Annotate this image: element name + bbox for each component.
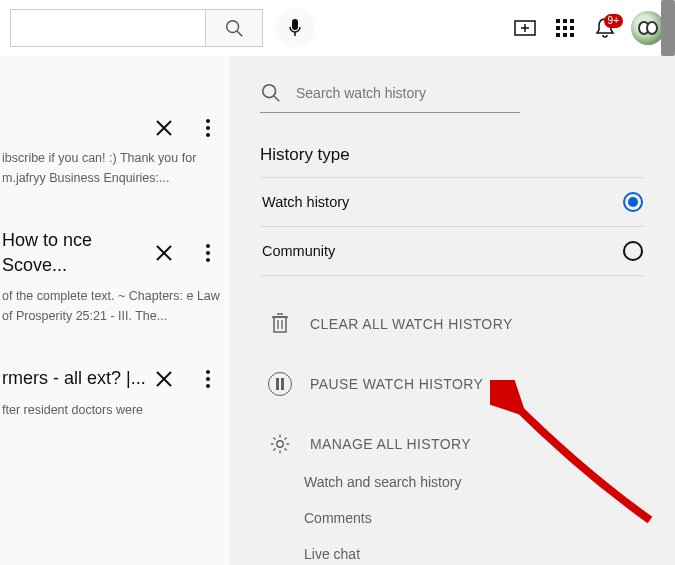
avatar[interactable] — [631, 11, 665, 45]
apps-grid-icon — [556, 19, 574, 37]
remove-video-button[interactable] — [152, 367, 176, 391]
svg-rect-15 — [570, 33, 574, 37]
history-search-input[interactable] — [296, 85, 520, 101]
kebab-icon — [206, 119, 210, 137]
svg-line-1 — [237, 31, 242, 36]
scrollbar-thumb[interactable] — [661, 0, 675, 56]
search-button[interactable] — [205, 9, 263, 47]
mic-icon — [287, 18, 303, 38]
svg-point-18 — [206, 119, 210, 123]
sub-action-comments[interactable]: Comments — [260, 500, 645, 536]
create-icon — [514, 20, 536, 36]
search-container — [10, 9, 263, 47]
search-icon — [223, 17, 245, 39]
radio-selected-icon — [623, 192, 643, 212]
apps-button[interactable] — [545, 8, 585, 48]
action-label: CLEAR ALL WATCH HISTORY — [310, 316, 513, 332]
svg-point-0 — [227, 21, 239, 33]
video-item: ibscribe if you can! :) Thank you for m.… — [0, 106, 230, 218]
svg-point-40 — [277, 441, 283, 447]
radio-unselected-icon — [623, 241, 643, 261]
video-menu-button[interactable] — [196, 116, 220, 140]
kebab-icon — [206, 370, 210, 388]
clear-history-button[interactable]: CLEAR ALL WATCH HISTORY — [260, 304, 645, 344]
history-type-title: History type — [260, 145, 645, 165]
notifications-button[interactable]: 9+ — [585, 8, 625, 48]
video-item: How to nce Scove... of the complete text… — [0, 218, 230, 356]
svg-rect-12 — [570, 26, 574, 30]
kebab-icon — [206, 244, 210, 262]
svg-rect-11 — [563, 26, 567, 30]
video-title[interactable]: How to nce Scove... — [0, 228, 152, 278]
svg-rect-8 — [563, 19, 567, 23]
search-icon — [260, 82, 282, 104]
notification-badge: 9+ — [604, 14, 623, 28]
svg-rect-13 — [556, 33, 560, 37]
top-bar: 9+ — [0, 0, 675, 56]
video-description: fter resident doctors were — [0, 400, 230, 420]
svg-line-32 — [274, 96, 280, 102]
action-label: MANAGE ALL HISTORY — [310, 436, 471, 452]
pause-history-button[interactable]: PAUSE WATCH HISTORY — [260, 364, 645, 404]
video-description: of the complete text. ~ Chapters: e Law … — [0, 286, 230, 326]
video-item: rmers - all ext? |... fter resident doct… — [0, 356, 230, 449]
svg-rect-2 — [292, 19, 298, 30]
trash-icon — [270, 312, 290, 336]
svg-rect-10 — [556, 26, 560, 30]
history-sidebar: History type Watch history Community CLE… — [230, 56, 675, 565]
svg-rect-14 — [563, 33, 567, 37]
action-label: PAUSE WATCH HISTORY — [310, 376, 483, 392]
history-list: ibscribe if you can! :) Thank you for m.… — [0, 56, 230, 565]
video-description: ibscribe if you can! :) Thank you for m.… — [0, 148, 230, 188]
pause-icon — [268, 372, 292, 396]
sub-action-watch-search[interactable]: Watch and search history — [260, 464, 645, 500]
close-icon — [154, 369, 174, 389]
history-search[interactable] — [260, 82, 520, 113]
close-icon — [154, 118, 174, 138]
svg-point-25 — [206, 258, 210, 262]
svg-rect-9 — [570, 19, 574, 23]
svg-point-28 — [206, 370, 210, 374]
history-type-watch[interactable]: Watch history — [260, 177, 645, 226]
svg-point-19 — [206, 126, 210, 130]
sub-action-live-chat[interactable]: Live chat — [260, 536, 645, 565]
svg-point-29 — [206, 377, 210, 381]
svg-rect-39 — [281, 378, 284, 390]
remove-video-button[interactable] — [152, 116, 176, 140]
video-title[interactable]: rmers - all ext? |... — [0, 366, 152, 391]
remove-video-button[interactable] — [152, 241, 176, 265]
svg-point-30 — [206, 384, 210, 388]
svg-rect-7 — [556, 19, 560, 23]
search-input[interactable] — [10, 9, 205, 47]
close-icon — [154, 243, 174, 263]
svg-rect-33 — [274, 317, 286, 332]
create-button[interactable] — [505, 8, 545, 48]
svg-point-23 — [206, 244, 210, 248]
video-menu-button[interactable] — [196, 241, 220, 265]
svg-point-24 — [206, 251, 210, 255]
radio-label: Community — [262, 243, 335, 259]
svg-point-20 — [206, 133, 210, 137]
svg-point-31 — [263, 85, 276, 98]
voice-search-button[interactable] — [275, 8, 315, 48]
history-type-community[interactable]: Community — [260, 226, 645, 276]
manage-history-button[interactable]: MANAGE ALL HISTORY — [260, 424, 645, 464]
content-area: ibscribe if you can! :) Thank you for m.… — [0, 56, 675, 565]
gear-icon — [268, 432, 292, 456]
video-menu-button[interactable] — [196, 367, 220, 391]
radio-label: Watch history — [262, 194, 349, 210]
svg-rect-38 — [276, 378, 279, 390]
